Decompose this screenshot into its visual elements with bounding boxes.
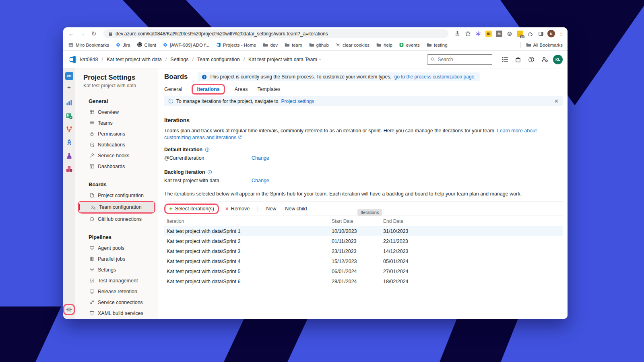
sidebar-item-teams[interactable]: Teams bbox=[75, 117, 158, 128]
side-panel-icon[interactable] bbox=[538, 31, 544, 37]
breadcrumb-item-team-configuration[interactable]: Team configuration bbox=[197, 57, 240, 62]
backlog-iteration-value: Kat test project with data bbox=[164, 178, 252, 183]
select-iterations-button[interactable]: + Select iteration(s) bbox=[164, 204, 219, 214]
sidebar-item-xaml-build-services[interactable]: XAML build services bbox=[75, 308, 158, 319]
test-plans-app-icon[interactable] bbox=[66, 152, 73, 159]
remove-button[interactable]: × Remove bbox=[222, 204, 253, 213]
search-box[interactable] bbox=[427, 54, 492, 65]
table-row[interactable]: Kat test project with data\Sprint 110/10… bbox=[164, 226, 563, 236]
bookmark-awf-989-ado-f[interactable]: [AWF-989] ADO f... bbox=[163, 42, 209, 48]
bookmark-client[interactable]: Client bbox=[137, 42, 156, 48]
sidebar-item-notifications[interactable]: Notifications bbox=[75, 139, 158, 150]
table-row[interactable]: Kat test project with data\Sprint 201/11… bbox=[164, 236, 563, 246]
bookmark-events[interactable]: events bbox=[399, 42, 420, 48]
browser-profile-avatar[interactable]: K bbox=[547, 30, 555, 37]
project-settings-gear-icon[interactable] bbox=[66, 306, 72, 313]
address-bar[interactable]: dev.azure.com/kat0848/Kat%20test%20proje… bbox=[103, 29, 448, 38]
sidebar-item-dashboards[interactable]: Dashboards bbox=[75, 161, 158, 172]
folder-icon bbox=[526, 42, 531, 48]
workspace-avatar[interactable]: KD bbox=[65, 72, 73, 80]
breadcrumb-item-settings[interactable]: Settings bbox=[170, 57, 188, 62]
all-bookmarks-button[interactable]: All Bookmarks bbox=[520, 42, 563, 48]
sidebar-item-service-connections[interactable]: Service connections bbox=[75, 297, 158, 308]
table-row[interactable]: Kat test project with data\Sprint 323/11… bbox=[164, 246, 563, 256]
new-child-button[interactable]: New child bbox=[282, 204, 310, 213]
boards-app-icon[interactable] bbox=[66, 112, 73, 119]
azure-devops-logo-icon[interactable] bbox=[68, 55, 77, 64]
flower-extension-icon[interactable] bbox=[475, 31, 481, 37]
m-extension-icon[interactable]: M bbox=[496, 31, 502, 37]
bookmark-dev[interactable]: dev bbox=[262, 42, 278, 48]
bookmark-projects-home[interactable]: Projects - Home bbox=[216, 42, 256, 48]
column-header-start-date[interactable]: Start Date bbox=[332, 218, 383, 224]
tab-areas[interactable]: Areas bbox=[235, 85, 248, 93]
sidebar-item-settings[interactable]: Settings bbox=[75, 264, 158, 275]
content-area: KD + Project Settings Kat test project w… bbox=[63, 68, 568, 319]
overview-app-icon[interactable] bbox=[66, 99, 73, 106]
team-selector[interactable]: Kat test project with data Team bbox=[248, 57, 322, 62]
info-outline-icon[interactable] bbox=[207, 170, 212, 175]
bookmark-team[interactable]: team bbox=[284, 42, 302, 48]
help-icon[interactable] bbox=[528, 56, 535, 63]
bookmark-jira[interactable]: Jira bbox=[116, 42, 130, 48]
sidebar-item-test-management[interactable]: Test management bbox=[75, 275, 158, 286]
search-input[interactable] bbox=[438, 57, 489, 62]
sidebar-item-project-configuration[interactable]: Project configuration bbox=[75, 190, 158, 201]
sidebar-item-release-retention[interactable]: Release retention bbox=[75, 286, 158, 297]
share-icon[interactable] bbox=[454, 31, 460, 37]
process-customization-link[interactable]: go to the process customization page. bbox=[394, 74, 476, 80]
change-default-iteration-link[interactable]: Change bbox=[252, 155, 269, 161]
new-button[interactable]: New bbox=[263, 204, 279, 213]
gear-extension-icon[interactable] bbox=[506, 31, 513, 37]
sidebar-item-parallel-jobs[interactable]: Parallel jobs bbox=[75, 253, 158, 264]
bookmark-github[interactable]: github bbox=[309, 42, 329, 48]
cell-end-date: 22/11/2023 bbox=[383, 239, 563, 244]
bookmark-help[interactable]: help bbox=[376, 42, 392, 48]
column-header-iteration[interactable]: Iteration bbox=[164, 218, 332, 224]
process-banner: This project is currently using the Scru… bbox=[198, 72, 480, 81]
tab-general[interactable]: General bbox=[164, 85, 182, 93]
sheet-plus-icon bbox=[399, 42, 404, 48]
sidebar-item-team-configuration[interactable]: Team configuration bbox=[79, 202, 154, 212]
sidebar-item-permissions[interactable]: Permissions bbox=[75, 128, 158, 139]
info-outline-icon[interactable] bbox=[205, 147, 210, 152]
repos-app-icon[interactable] bbox=[66, 125, 73, 133]
miro-extension-icon[interactable]: m bbox=[485, 31, 492, 37]
tab-iterations[interactable]: Iterations bbox=[192, 84, 225, 95]
tab-bar: GeneralIterationsAreasTemplates bbox=[164, 83, 563, 95]
reload-icon[interactable]: ↻ bbox=[90, 30, 98, 37]
chrome-menu-icon[interactable]: ⋮ bbox=[558, 31, 564, 37]
sidebar-item-github-connections[interactable]: GitHub connections bbox=[75, 214, 158, 224]
back-icon[interactable]: ← bbox=[67, 30, 75, 37]
tab-templates[interactable]: Templates bbox=[257, 85, 280, 93]
table-row[interactable]: Kat test project with data\Sprint 628/01… bbox=[164, 276, 563, 286]
bookmark-testing[interactable]: testing bbox=[426, 42, 448, 48]
column-header-end-date[interactable]: End Date bbox=[383, 218, 563, 224]
sidebar-item-agent-pools[interactable]: Agent pools bbox=[75, 243, 158, 253]
breadcrumb-item-kat0848[interactable]: kat0848 bbox=[80, 57, 98, 62]
sidebar-item-service-hooks[interactable]: Service hooks bbox=[75, 150, 158, 161]
sidebar-item-overview[interactable]: Overview bbox=[75, 107, 158, 117]
user-avatar[interactable]: KL bbox=[553, 55, 563, 64]
default-iteration-label: Default iteration bbox=[164, 147, 202, 152]
add-icon[interactable]: + bbox=[67, 84, 71, 90]
close-icon[interactable]: ✕ bbox=[554, 98, 559, 104]
bookmark-clear-cookies[interactable]: clear cookies bbox=[335, 42, 369, 48]
calendar-10-extension-icon[interactable]: …10 bbox=[517, 31, 523, 37]
bookmark-miro-bookmarks[interactable]: Miro Bookmarks bbox=[68, 42, 109, 48]
table-row[interactable]: Kat test project with data\Sprint 506/01… bbox=[164, 266, 563, 276]
task-list-icon[interactable] bbox=[501, 56, 508, 63]
table-row[interactable]: Kat test project with data\Sprint 415/12… bbox=[164, 256, 563, 266]
breadcrumb-item-kat-test-project-with-data[interactable]: Kat test project with data bbox=[107, 57, 162, 62]
forward-icon[interactable]: → bbox=[78, 30, 87, 37]
change-backlog-iteration-link[interactable]: Change bbox=[252, 178, 269, 183]
star-icon[interactable] bbox=[464, 31, 471, 37]
marketplace-bag-icon[interactable] bbox=[514, 56, 522, 63]
pipelines-app-icon[interactable] bbox=[66, 139, 73, 146]
artifacts-app-icon[interactable] bbox=[66, 165, 73, 173]
project-settings-link[interactable]: Project settings bbox=[281, 99, 314, 104]
folder-icon bbox=[376, 42, 382, 48]
puzzle-extensions-icon[interactable] bbox=[527, 31, 534, 37]
sidebar-item-label: Service hooks bbox=[98, 153, 130, 158]
user-settings-icon[interactable] bbox=[541, 56, 548, 63]
